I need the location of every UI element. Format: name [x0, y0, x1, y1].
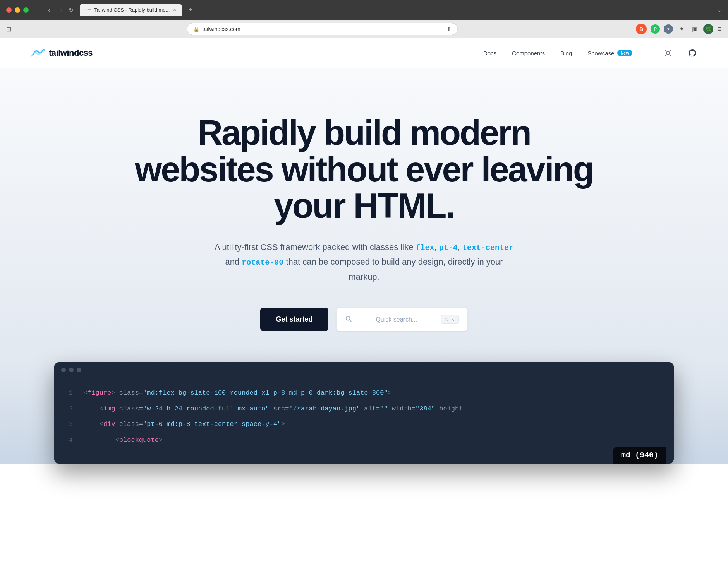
browser-extensions: B P ▾ ✦ ▣ 🌿 ≡: [636, 24, 722, 34]
svg-point-0: [666, 51, 670, 55]
site-header: tailwindcss Docs Components Blog Showcas…: [0, 38, 728, 68]
back-button[interactable]: ‹: [45, 4, 54, 16]
logo[interactable]: tailwindcss: [31, 46, 93, 60]
comma-1: ,: [434, 242, 437, 252]
quick-search-bar[interactable]: Quick search... ⌘ K: [336, 308, 468, 331]
subtitle-text-after: that can be composed to build any design…: [283, 257, 503, 282]
avatar-icon[interactable]: 🌿: [703, 24, 713, 34]
reload-button[interactable]: ↻: [69, 6, 74, 14]
bookmark-button[interactable]: ⊡: [6, 26, 11, 33]
main-nav: Docs Components Blog Showcase New: [483, 48, 697, 58]
svg-point-9: [346, 316, 350, 320]
hero-title: Rapidly build modern websites without ev…: [132, 115, 596, 224]
comma-2: ,: [458, 242, 460, 252]
search-placeholder: Quick search...: [357, 316, 437, 323]
tab-favicon: 〜: [85, 6, 91, 14]
extension-1-icon[interactable]: P: [651, 24, 660, 34]
extension-4-icon[interactable]: ▣: [690, 24, 699, 34]
code-content-2: <img class="w-24 h-24 rounded-full mx-au…: [84, 403, 463, 415]
code-pt4: pt-4: [439, 243, 458, 252]
tab-close-button[interactable]: ✕: [173, 7, 177, 13]
share-button[interactable]: ⬆: [446, 26, 451, 32]
code-text-center: text-center: [462, 243, 513, 252]
window-controls: [6, 7, 29, 13]
nav-blog-link[interactable]: Blog: [560, 50, 572, 56]
minimize-window-button[interactable]: [15, 7, 20, 13]
extension-3-icon[interactable]: ✦: [677, 24, 686, 34]
brave-shield-icon[interactable]: B: [636, 24, 647, 34]
hero-actions: Get started Quick search... ⌘ K: [260, 308, 467, 331]
code-rotate90: rotate-90: [242, 258, 283, 267]
code-dot-2: [69, 368, 74, 372]
tab-label: Tailwind CSS - Rapidly build mo...: [94, 7, 170, 13]
svg-line-5: [665, 50, 666, 51]
title-bar: ‹ › ↻ 〜 Tailwind CSS - Rapidly build mo.…: [0, 0, 728, 20]
line-num-1: 1: [65, 387, 73, 399]
nav-docs-link[interactable]: Docs: [483, 50, 496, 56]
browser-menu-button[interactable]: ≡: [717, 25, 722, 34]
close-window-button[interactable]: [6, 7, 12, 13]
main-content: tailwindcss Docs Components Blog Showcas…: [0, 38, 728, 464]
code-content-1: <figure> class="md:flex bg-slate-100 rou…: [84, 387, 392, 399]
nav-divider: [648, 48, 648, 58]
search-icon: [345, 315, 352, 324]
code-dot-3: [77, 368, 81, 372]
code-flex: flex: [416, 243, 434, 252]
github-button[interactable]: [688, 48, 697, 58]
new-badge: New: [617, 50, 632, 56]
address-text: tailwindcss.com: [203, 26, 443, 32]
code-line-1: 1 <figure> class="md:flex bg-slate-100 r…: [54, 385, 674, 401]
code-demo-section: 1 <figure> class="md:flex bg-slate-100 r…: [0, 362, 728, 464]
maximize-window-button[interactable]: [23, 7, 29, 13]
code-content-3: <div class="pt-6 md:p-8 text-center spac…: [84, 419, 285, 431]
svg-line-8: [670, 50, 670, 51]
code-line-4: 4 <blockquote>: [54, 433, 674, 448]
nav-components-link[interactable]: Components: [512, 50, 545, 56]
logo-text: tailwindcss: [49, 48, 93, 58]
address-bar[interactable]: 🔒 tailwindcss.com ⬆: [187, 23, 458, 35]
theme-toggle-button[interactable]: [664, 49, 672, 57]
nav-showcase[interactable]: Showcase New: [587, 50, 632, 56]
get-started-button[interactable]: Get started: [260, 308, 328, 331]
and-text: and: [225, 257, 242, 267]
code-dot-1: [61, 368, 66, 372]
code-line-2: 2 <img class="w-24 h-24 rounded-full mx-…: [54, 401, 674, 417]
search-kbd-shortcut: ⌘ K: [441, 315, 458, 324]
svg-line-6: [670, 55, 670, 55]
line-num-2: 2: [65, 403, 73, 415]
hero-section: Rapidly build modern websites without ev…: [0, 68, 728, 362]
tab-scroll-arrow: ⌄: [717, 7, 722, 13]
extension-2-icon[interactable]: ▾: [664, 24, 673, 34]
code-body: 1 <figure> class="md:flex bg-slate-100 r…: [54, 378, 674, 464]
lock-icon: 🔒: [193, 26, 199, 32]
code-window: 1 <figure> class="md:flex bg-slate-100 r…: [54, 362, 674, 464]
code-window-wrapper: 1 <figure> class="md:flex bg-slate-100 r…: [31, 362, 697, 464]
code-line-3: 3 <div class="pt-6 md:p-8 text-center sp…: [54, 417, 674, 433]
nav-bar: ⊡ 🔒 tailwindcss.com ⬆ B P ▾ ✦ ▣ 🌿 ≡: [0, 20, 728, 38]
svg-line-10: [349, 320, 351, 322]
code-content-4: <blockquote>: [84, 434, 163, 446]
new-tab-button[interactable]: +: [185, 4, 196, 15]
code-titlebar: [54, 362, 674, 378]
line-num-3: 3: [65, 419, 73, 431]
subtitle-text-before: A utility-first CSS framework packed wit…: [215, 242, 416, 252]
line-num-4: 4: [65, 434, 73, 446]
svg-line-7: [665, 55, 666, 55]
hero-subtitle: A utility-first CSS framework packed wit…: [213, 240, 515, 285]
resolution-badge: md (940): [613, 447, 666, 464]
logo-wave-icon: [31, 46, 45, 60]
forward-button[interactable]: ›: [57, 4, 66, 16]
nav-showcase-label: Showcase: [587, 50, 614, 56]
browser-chrome: ‹ › ↻ 〜 Tailwind CSS - Rapidly build mo.…: [0, 0, 728, 38]
